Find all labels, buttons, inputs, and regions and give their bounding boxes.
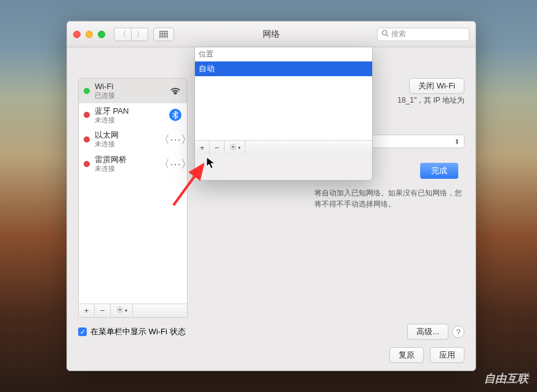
gear-icon — [116, 306, 124, 315]
remove-location-button[interactable]: − — [210, 141, 225, 154]
desktop-background: 〈 〉 网络 搜索 Wi-Fi — [0, 0, 537, 392]
status-dot-disconnected — [84, 112, 90, 118]
zoom-window-button[interactable] — [98, 31, 105, 38]
status-dot-disconnected — [84, 136, 90, 143]
status-dot-disconnected — [84, 161, 90, 167]
question-icon: ? — [456, 327, 460, 337]
search-field[interactable]: 搜索 — [377, 28, 469, 41]
search-icon — [381, 29, 389, 39]
svg-point-3 — [232, 146, 234, 147]
apply-button[interactable]: 应用 — [430, 347, 464, 363]
location-actions-menu[interactable]: ▾ — [225, 141, 245, 154]
show-all-button[interactable] — [153, 28, 174, 41]
add-location-button[interactable]: + — [195, 141, 210, 154]
add-service-button[interactable]: + — [79, 304, 95, 317]
revert-button[interactable]: 复原 — [389, 347, 424, 363]
minus-icon: − — [215, 143, 220, 152]
location-list: 位置 自动 — [195, 47, 372, 141]
caret-down-icon: ▾ — [238, 145, 241, 151]
bluetooth-icon — [169, 109, 181, 121]
service-wifi[interactable]: Wi-Fi 已连接 — [79, 79, 187, 103]
done-button[interactable]: 完成 — [420, 163, 458, 179]
auto-join-hint: 将自动加入已知网络。如果没有已知网络，您将不得不手动选择网络。 — [314, 187, 464, 210]
service-actions-menu[interactable]: ▾ — [111, 304, 133, 317]
grid-icon — [159, 31, 168, 38]
caret-down-icon: ▾ — [125, 308, 127, 313]
sheet-toolbar: + − ▾ — [195, 141, 372, 154]
wifi-off-button[interactable]: 关闭 Wi-Fi — [409, 78, 464, 94]
service-thunderbolt-bridge[interactable]: 雷雳网桥 未连接 〈⋯〉 — [79, 152, 187, 176]
window-controls — [73, 31, 105, 38]
footer-row: ✓ 在菜单栏中显示 Wi-Fi 状态 高级... ? — [78, 324, 464, 340]
window-title: 网络 — [263, 29, 280, 40]
search-placeholder: 搜索 — [391, 29, 406, 39]
ethernet-icon: 〈⋯〉 — [169, 133, 182, 146]
svg-point-0 — [383, 31, 388, 36]
location-selected-row[interactable]: 自动 — [195, 61, 372, 76]
services-sidebar: Wi-Fi 已连接 蓝牙 PAN 未连接 — [78, 78, 188, 318]
status-dot-connected — [84, 88, 90, 94]
titlebar: 〈 〉 网络 搜索 — [67, 22, 475, 47]
checkbox-label: 在菜单栏中显示 Wi-Fi 状态 — [90, 326, 186, 337]
advanced-button[interactable]: 高级... — [407, 324, 448, 340]
show-wifi-menubar-checkbox[interactable]: ✓ — [78, 327, 87, 336]
location-sheet: 位置 自动 + − ▾ — [194, 47, 373, 181]
plus-icon: + — [200, 143, 205, 152]
service-ethernet[interactable]: 以太网 未连接 〈⋯〉 — [79, 127, 187, 152]
location-column-header: 位置 — [195, 47, 372, 61]
chevron-left-icon: 〈 — [119, 29, 127, 40]
back-button[interactable]: 〈 — [114, 28, 131, 41]
gear-icon — [229, 143, 237, 152]
forward-button[interactable]: 〉 — [131, 28, 148, 41]
plus-icon: + — [84, 306, 89, 315]
remove-service-button[interactable]: − — [95, 304, 111, 317]
service-bluetooth-pan[interactable]: 蓝牙 PAN 未连接 — [79, 103, 187, 128]
watermark-text: 自由互联 — [484, 371, 528, 386]
sidebar-footer: + − ▾ — [79, 304, 187, 317]
chevron-right-icon: 〉 — [136, 29, 144, 40]
svg-line-1 — [386, 34, 388, 36]
close-window-button[interactable] — [73, 31, 81, 38]
ip-info-text: 18_1"，其 IP 地址为 — [397, 95, 464, 106]
svg-point-2 — [119, 309, 121, 311]
updown-icon: ▴▾ — [453, 138, 461, 144]
help-button[interactable]: ? — [452, 326, 464, 338]
minus-icon: − — [100, 306, 105, 315]
thunderbolt-icon: 〈⋯〉 — [169, 157, 182, 171]
wifi-icon — [169, 84, 182, 98]
minimize-window-button[interactable] — [86, 31, 93, 38]
